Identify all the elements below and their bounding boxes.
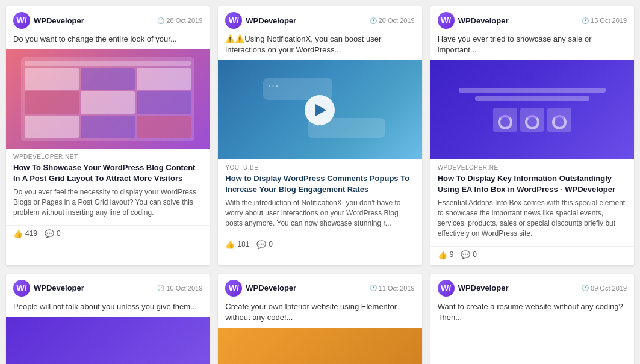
card-meta: WPDEVELOPER.NET How To Showcase Your Wor… xyxy=(6,149,210,224)
comments-count: 0 xyxy=(473,250,477,259)
author-name: WPDeveloper xyxy=(34,283,84,292)
card-date: 🕐 10 Oct 2019 xyxy=(157,285,202,292)
card-preview-text: Have you ever tried to showcase any sale… xyxy=(430,34,634,60)
card-author: W/ WPDeveloper xyxy=(225,280,296,297)
card-infobox: W/ WPDeveloper 🕐 15 Oct 2019 Have you ev… xyxy=(430,6,634,265)
date-text: 11 Oct 2019 xyxy=(379,285,415,292)
clock-icon: 🕐 xyxy=(370,17,377,24)
avatar: W/ xyxy=(438,12,455,29)
card-6: W/ WPDeveloper 🕐 09 Oct 2019 Want to cre… xyxy=(430,274,634,364)
card-author: W/ WPDeveloper xyxy=(438,12,509,29)
card-preview-text: ⚠️⚠️Using NotificationX, you can boost u… xyxy=(218,34,421,60)
card-header: W/ WPDeveloper 🕐 20 Oct 2019 xyxy=(218,6,421,34)
comments-stat: 💬 0 xyxy=(45,229,61,238)
card-title[interactable]: How to Display WordPress Comments Popups… xyxy=(225,173,414,194)
likes-count: 419 xyxy=(25,229,37,238)
thumbsup-icon: 👍 xyxy=(438,250,447,259)
likes-count: 9 xyxy=(450,250,454,259)
card-preview-text: Create your own Interior website using E… xyxy=(218,301,421,328)
card-4: W/ WPDeveloper 🕐 10 Oct 2019 People will… xyxy=(6,274,210,364)
card-title[interactable]: How To Showcase Your WordPress Blog Cont… xyxy=(13,162,202,184)
card-author: W/ WPDeveloper xyxy=(13,280,84,297)
cards-grid: W/ WPDeveloper 🕐 28 Oct 2019 Do you want… xyxy=(6,6,634,364)
card-comments-video: W/ WPDeveloper 🕐 20 Oct 2019 ⚠️⚠️Using N… xyxy=(218,6,421,265)
donut-chart-icon xyxy=(498,115,512,129)
card-author: W/ WPDeveloper xyxy=(225,12,296,29)
author-name: WPDeveloper xyxy=(458,283,509,292)
card-description: With the introduction of NotificationX, … xyxy=(225,198,414,228)
card-image[interactable]: ··· ··· xyxy=(218,60,421,159)
card-meta: YOUTU.BE How to Display WordPress Commen… xyxy=(218,159,421,235)
card-description: Essential Addons Info Box comes with thi… xyxy=(438,198,627,238)
author-name: WPDeveloper xyxy=(458,16,509,25)
thumbsup-icon: 👍 xyxy=(13,229,23,238)
clock-icon: 🕐 xyxy=(370,285,377,291)
card-stats: 👍 9 💬 0 xyxy=(430,246,634,265)
date-text: 15 Oct 2019 xyxy=(591,17,627,24)
play-triangle-icon xyxy=(315,104,326,116)
thumbsup-icon: 👍 xyxy=(225,240,235,249)
likes-stat: 👍 419 xyxy=(13,229,37,238)
card-header: W/ WPDeveloper 🕐 15 Oct 2019 xyxy=(430,6,634,34)
avatar: W/ xyxy=(13,280,30,297)
date-text: 10 Oct 2019 xyxy=(166,285,202,292)
avatar: W/ xyxy=(225,280,242,297)
card-header: W/ WPDeveloper 🕐 09 Oct 2019 xyxy=(430,274,634,301)
comment-icon: 💬 xyxy=(461,250,470,259)
card-stats: 👍 181 💬 0 xyxy=(218,236,421,255)
card-author: W/ WPDeveloper xyxy=(438,280,509,297)
card-meta: WPDEVELOPER.NET How To Display Key Infor… xyxy=(430,159,634,245)
date-text: 28 Oct 2019 xyxy=(166,17,202,24)
clock-icon: 🕐 xyxy=(157,17,164,24)
comments-stat: 💬 0 xyxy=(461,250,477,259)
likes-stat: 👍 181 xyxy=(225,240,249,249)
avatar: W/ xyxy=(13,12,30,29)
clock-icon: 🕐 xyxy=(157,285,164,291)
card-post-grid: W/ WPDeveloper 🕐 28 Oct 2019 Do you want… xyxy=(6,6,210,265)
likes-stat: 👍 9 xyxy=(438,250,454,259)
clock-icon: 🕐 xyxy=(582,17,589,24)
card-source: WPDEVELOPER.NET xyxy=(13,153,202,160)
card-stats: 👍 419 💬 0 xyxy=(6,225,210,244)
card-description: Do you ever feel the necessity to displa… xyxy=(13,187,202,217)
card-preview-text: People will not talk about you unless yo… xyxy=(6,301,210,317)
card-date: 🕐 15 Oct 2019 xyxy=(582,17,627,24)
card-date: 🕐 09 Oct 2019 xyxy=(582,285,627,292)
avatar: W/ xyxy=(225,12,242,29)
card-header: W/ WPDeveloper 🕐 11 Oct 2019 xyxy=(218,274,421,301)
card-preview-text: Do you want to change the entire look of… xyxy=(6,34,210,49)
mock-browser xyxy=(21,57,194,141)
card-header: W/ WPDeveloper 🕐 10 Oct 2019 xyxy=(6,274,210,301)
card-title[interactable]: How To Display Key Information Outstandi… xyxy=(438,173,627,194)
comments-count: 0 xyxy=(269,240,273,248)
comment-icon: 💬 xyxy=(256,240,266,249)
card-date: 🕐 11 Oct 2019 xyxy=(370,285,415,292)
date-text: 09 Oct 2019 xyxy=(591,285,627,292)
comment-icon: 💬 xyxy=(45,229,54,238)
author-name: WPDeveloper xyxy=(246,283,296,292)
card-image-stub xyxy=(6,317,210,364)
card-author: W/ WPDeveloper xyxy=(13,12,84,29)
warning-emoji: ⚠️ xyxy=(225,34,235,43)
play-button[interactable] xyxy=(305,95,335,125)
card-image xyxy=(6,49,210,149)
author-name: WPDeveloper xyxy=(246,16,296,25)
author-name: WPDeveloper xyxy=(34,16,84,25)
clock-icon: 🕐 xyxy=(582,285,589,291)
comments-count: 0 xyxy=(57,229,61,238)
card-image xyxy=(430,60,634,159)
card-image-stub xyxy=(218,328,421,364)
card-date: 🕐 20 Oct 2019 xyxy=(370,17,415,24)
comments-stat: 💬 0 xyxy=(256,240,273,249)
card-date: 🕐 28 Oct 2019 xyxy=(157,17,202,24)
card-5: W/ WPDeveloper 🕐 11 Oct 2019 Create your… xyxy=(218,274,421,364)
card-header: W/ WPDeveloper 🕐 28 Oct 2019 xyxy=(6,6,210,34)
donut-chart-icon xyxy=(552,115,567,129)
card-preview-text: Want to create a resume website without … xyxy=(430,301,634,328)
card-source: YOUTU.BE xyxy=(225,164,414,171)
avatar: W/ xyxy=(438,280,455,297)
likes-count: 181 xyxy=(237,240,249,248)
card-source: WPDEVELOPER.NET xyxy=(438,164,627,171)
infobox-mock xyxy=(450,70,614,150)
date-text: 20 Oct 2019 xyxy=(379,17,415,24)
